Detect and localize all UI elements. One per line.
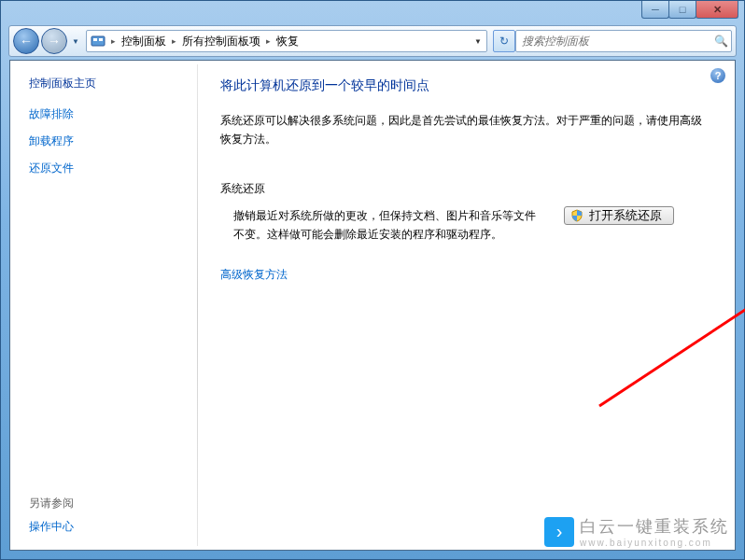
back-button[interactable]: ← <box>13 28 39 54</box>
nav-toolbar: ← → ▼ ▸ 控制面板 ▸ 所有控制面板项 ▸ 恢复 ▼ ↻ 🔍 <box>8 25 737 57</box>
nav-history-dropdown[interactable]: ▼ <box>69 35 82 48</box>
open-system-restore-label: 打开系统还原 <box>589 207 662 224</box>
page-description: 系统还原可以解决很多系统问题，因此是首先尝试的最佳恢复方法。对于严重的问题，请使… <box>220 111 712 149</box>
sidebar-title[interactable]: 控制面板主页 <box>29 76 188 91</box>
breadcrumb-recovery[interactable]: 恢复 <box>273 31 302 51</box>
search-box[interactable]: 🔍 <box>515 30 732 52</box>
page-title: 将此计算机还原到一个较早的时间点 <box>220 77 712 94</box>
shield-icon <box>570 209 583 222</box>
watermark-badge-icon: › <box>544 517 574 547</box>
forward-button[interactable]: → <box>41 28 67 54</box>
sidebar-link-uninstall[interactable]: 卸载程序 <box>29 133 188 149</box>
address-bar[interactable]: ▸ 控制面板 ▸ 所有控制面板项 ▸ 恢复 ▼ <box>86 30 487 52</box>
help-icon[interactable]: ? <box>710 68 725 83</box>
sidebar-link-troubleshoot[interactable]: 故障排除 <box>29 106 188 122</box>
see-also-action-center[interactable]: 操作中心 <box>29 519 74 535</box>
client-area: 控制面板主页 故障排除 卸载程序 还原文件 另请参阅 操作中心 ? 将此计算机还… <box>9 60 736 551</box>
control-panel-icon <box>91 34 105 49</box>
minimize-button[interactable]: ─ <box>641 1 669 19</box>
svg-line-3 <box>599 283 745 406</box>
open-system-restore-button[interactable]: 打开系统还原 <box>564 206 674 225</box>
svg-rect-2 <box>99 38 103 41</box>
breadcrumb-control-panel[interactable]: 控制面板 <box>118 31 170 51</box>
section-header-system-restore: 系统还原 <box>220 181 712 197</box>
see-also-header: 另请参阅 <box>29 496 74 511</box>
search-icon[interactable]: 🔍 <box>710 35 731 48</box>
chevron-right-icon[interactable]: ▸ <box>170 36 178 46</box>
watermark-url: www.baiyunxitong.com <box>580 538 729 548</box>
window-frame: ─ □ ✕ ← → ▼ ▸ 控制面板 ▸ 所有控制面板项 ▸ 恢复 ▼ ↻ 🔍 <box>0 0 745 560</box>
annotation-arrow <box>590 275 745 415</box>
address-dropdown[interactable]: ▼ <box>469 31 486 51</box>
sidebar-link-restore-files[interactable]: 还原文件 <box>29 161 188 176</box>
sidebar-see-also: 另请参阅 操作中心 <box>29 496 74 535</box>
section-text: 撤销最近对系统所做的更改，但保持文档、图片和音乐等文件不变。这样做可能会删除最近… <box>233 206 541 245</box>
breadcrumb-all-items[interactable]: 所有控制面板项 <box>178 31 264 51</box>
watermark: › 白云一键重装系统 www.baiyunxitong.com <box>539 513 735 550</box>
svg-rect-1 <box>93 38 97 41</box>
window-controls: ─ □ ✕ <box>642 1 738 19</box>
search-input[interactable] <box>516 35 710 48</box>
sidebar: 控制面板主页 故障排除 卸载程序 还原文件 另请参阅 操作中心 <box>10 61 197 550</box>
advanced-recovery-link[interactable]: 高级恢复方法 <box>220 267 712 283</box>
chevron-right-icon[interactable]: ▸ <box>264 36 273 46</box>
section-body: 撤销最近对系统所做的更改，但保持文档、图片和音乐等文件不变。这样做可能会删除最近… <box>220 206 712 245</box>
titlebar[interactable]: ─ □ ✕ <box>1 1 744 25</box>
watermark-text: 白云一键重装系统 <box>580 515 729 538</box>
refresh-button[interactable]: ↻ <box>493 30 515 52</box>
close-button[interactable]: ✕ <box>696 1 738 19</box>
chevron-right-icon[interactable]: ▸ <box>109 36 118 46</box>
maximize-button[interactable]: □ <box>668 1 696 19</box>
main-content: ? 将此计算机还原到一个较早的时间点 系统还原可以解决很多系统问题，因此是首先尝… <box>198 61 735 550</box>
